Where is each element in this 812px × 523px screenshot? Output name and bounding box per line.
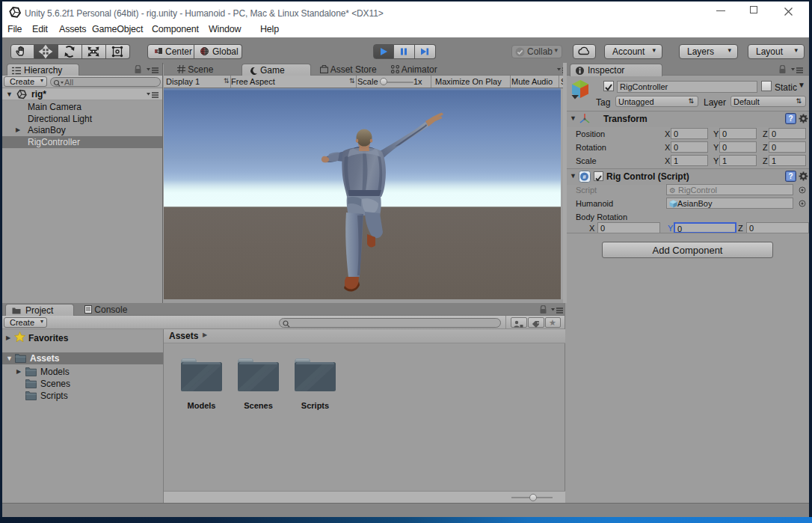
svg-text:?: ? — [788, 114, 793, 123]
svg-text:#: # — [582, 174, 586, 180]
svg-text:?: ? — [788, 172, 793, 180]
